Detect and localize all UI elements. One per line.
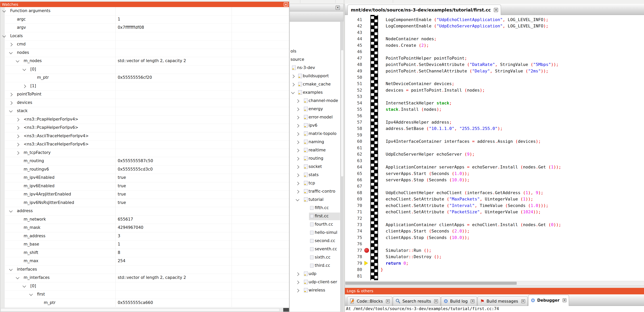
watch-row[interactable]: devices: [0, 99, 289, 107]
line-number[interactable]: 67: [345, 183, 363, 189]
line-number[interactable]: 41: [345, 16, 363, 23]
watch-row[interactable]: m_mask4294967040: [0, 224, 289, 232]
chevron-down-icon[interactable]: [16, 276, 19, 279]
code-line[interactable]: [378, 157, 644, 164]
chevron-right-icon[interactable]: [296, 132, 299, 136]
chevron-down-icon[interactable]: [22, 284, 26, 288]
chevron-right-icon[interactable]: [296, 190, 299, 193]
code-line[interactable]: PointToPointHelper pointToPoint;: [378, 55, 644, 61]
line-number[interactable]: 73: [345, 222, 363, 228]
tree-item[interactable]: hello-simul: [290, 229, 340, 237]
watches-horizontal-scrollbar[interactable]: [0, 308, 289, 312]
line-number[interactable]: 48: [345, 61, 363, 68]
watch-row[interactable]: m_routingv60x5555555cd3c0: [0, 165, 289, 174]
line-number[interactable]: 66: [345, 177, 363, 183]
line-number[interactable]: 54: [345, 100, 363, 106]
code-line[interactable]: [378, 215, 644, 222]
line-number[interactable]: 61: [345, 145, 363, 151]
tree-item[interactable]: realtime: [290, 146, 340, 155]
line-number[interactable]: 80: [345, 266, 363, 273]
watches-titlebar[interactable]: Watches ×: [0, 2, 289, 7]
chevron-down-icon[interactable]: [22, 67, 26, 71]
tree-item[interactable]: channel-mode: [290, 97, 340, 105]
code-line[interactable]: [378, 74, 644, 80]
line-number[interactable]: 57: [345, 119, 363, 125]
code-line[interactable]: pointToPoint.SetDeviceAttribute ("DataRa…: [378, 61, 644, 68]
chevron-down-icon[interactable]: [9, 51, 12, 54]
watch-row[interactable]: argc1: [0, 15, 289, 24]
code-line[interactable]: UdpEchoClientHelper echoClient (interfac…: [378, 189, 644, 196]
code-line[interactable]: echoClient.SetAttribute ("PacketSize", U…: [378, 209, 644, 215]
line-number[interactable]: 70: [345, 202, 363, 209]
watch-row[interactable]: m_shift8: [0, 249, 289, 257]
code-line[interactable]: [378, 48, 644, 55]
line-number[interactable]: 68: [345, 189, 363, 196]
chevron-right-icon[interactable]: [296, 116, 299, 119]
chevron-right-icon[interactable]: [291, 75, 294, 78]
line-number[interactable]: 59: [345, 132, 363, 138]
chevron-down-icon[interactable]: [2, 34, 6, 37]
code-line[interactable]: InternetStackHelper stack;: [378, 100, 644, 106]
code-line[interactable]: pointToPoint.SetChannelAttribute ("Delay…: [378, 68, 644, 74]
code-line[interactable]: [378, 93, 644, 100]
close-icon[interactable]: ×: [284, 2, 288, 6]
line-number[interactable]: 63: [345, 157, 363, 164]
tree-item[interactable]: matrix-topolo: [290, 130, 340, 138]
tree-item[interactable]: first.cc: [290, 212, 340, 220]
chevron-right-icon[interactable]: [16, 143, 19, 146]
tree-item[interactable]: third.cc: [290, 262, 340, 270]
scrollbar-end[interactable]: [283, 308, 289, 312]
tree-item[interactable]: tutorial: [290, 196, 340, 204]
tree-item[interactable]: second.cc: [290, 237, 340, 245]
chevron-right-icon[interactable]: [296, 289, 299, 292]
watch-row[interactable]: m_ipv6Enabledtrue: [0, 182, 289, 191]
line-number[interactable]: 51: [345, 80, 363, 87]
watch-row[interactable]: nodes: [0, 49, 289, 57]
line-number[interactable]: 64: [345, 164, 363, 170]
watch-row[interactable]: <ns3::PcapHelperForIpv4>: [0, 116, 289, 124]
code-line[interactable]: clientApps.Start (Seconds (2.0));: [378, 228, 644, 234]
line-number[interactable]: 49: [345, 68, 363, 74]
watch-row[interactable]: m_ipv4ArpJitterEnabledtrue: [0, 190, 289, 199]
code-line[interactable]: }: [378, 266, 644, 273]
code-line[interactable]: [378, 145, 644, 151]
close-icon[interactable]: ×: [386, 299, 390, 303]
code-line[interactable]: echoClient.SetAttribute ("MaxPackets", U…: [378, 196, 644, 202]
watch-row[interactable]: m_ipv4Enabledtrue: [0, 174, 289, 182]
watch-row[interactable]: m_routing0x555555587c50: [0, 157, 289, 165]
watch-row[interactable]: <ns3::PcapHelperForIpv6>: [0, 124, 289, 132]
chevron-right-icon[interactable]: [296, 165, 299, 169]
tree-vertical-scrollbar[interactable]: [340, 21, 344, 312]
tree-item[interactable]: error-model: [290, 113, 340, 122]
line-number[interactable]: 42: [345, 23, 363, 29]
close-icon[interactable]: ×: [494, 8, 498, 12]
line-number[interactable]: 45: [345, 42, 363, 48]
chevron-down-icon[interactable]: [16, 59, 19, 62]
line-number[interactable]: 62: [345, 151, 363, 157]
breakpoint-margin[interactable]: [370, 15, 378, 280]
chevron-right-icon[interactable]: [296, 141, 299, 144]
line-number[interactable]: 50: [345, 74, 363, 80]
chevron-right-icon[interactable]: [296, 173, 299, 177]
watch-row[interactable]: m_ipv6NsRsJitterEnabledtrue: [0, 199, 289, 207]
chevron-right-icon[interactable]: [16, 151, 19, 155]
tree-item[interactable]: examples: [290, 89, 340, 97]
tree-item[interactable]: ipv6: [290, 122, 340, 130]
line-number[interactable]: 44: [345, 36, 363, 42]
tree-item[interactable]: udp: [290, 270, 340, 278]
close-icon[interactable]: ×: [336, 5, 340, 10]
chevron-down-icon[interactable]: [291, 90, 294, 94]
logs-tab-build-log[interactable]: ⚙Build log×: [441, 297, 477, 306]
watch-row[interactable]: m_ptr0x55555556cf20: [0, 74, 289, 82]
code-line[interactable]: Ipv4AddressHelper address;: [378, 119, 644, 125]
code-line[interactable]: [378, 241, 644, 247]
tree-item[interactable]: cmake_cache: [290, 80, 340, 89]
line-number[interactable]: 56: [345, 113, 363, 119]
line-number[interactable]: 76: [345, 241, 363, 247]
code-line[interactable]: NodeContainer nodes;: [378, 36, 644, 42]
watch-row[interactable]: cmd: [0, 40, 289, 49]
chevron-down-icon[interactable]: [29, 292, 33, 296]
chevron-right-icon[interactable]: [296, 281, 299, 284]
code-line[interactable]: LogComponentEnable ("UdpEchoClientApplic…: [378, 16, 644, 23]
code-line[interactable]: return 0;: [378, 260, 644, 266]
